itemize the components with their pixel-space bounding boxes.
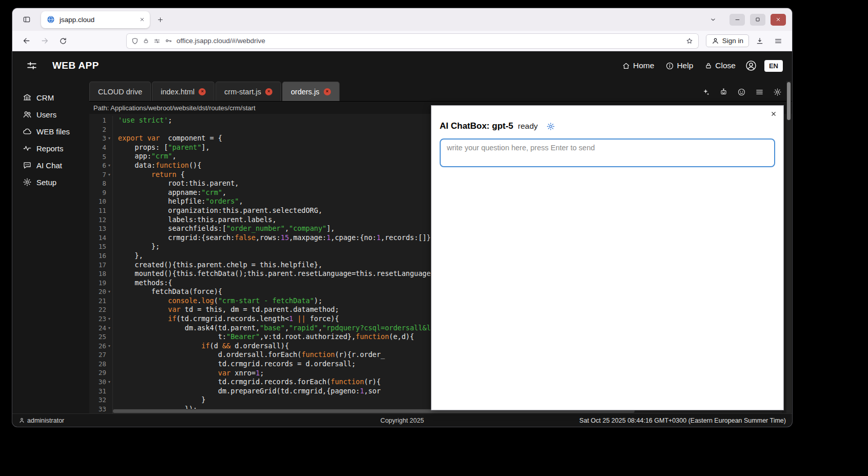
sidebar-nav: CRMUsersWEB filesReportsAI ChatSetup [12, 80, 89, 413]
sidebar-item-label: CRM [36, 93, 54, 102]
close-file-icon[interactable]: × [265, 88, 272, 95]
browser-toolbar: office.jsapp.cloud/#/webdrive Sign in [12, 31, 792, 51]
maximize-button[interactable] [750, 14, 765, 26]
home-button[interactable]: Home [622, 61, 654, 70]
help-button[interactable]: Help [665, 61, 693, 70]
minimize-button[interactable] [729, 14, 745, 26]
new-tab-button[interactable] [152, 12, 168, 27]
fold-marker-icon[interactable]: ▾ [106, 136, 112, 141]
editor-tab-crm-start-js[interactable]: crm-start.js× [215, 82, 281, 101]
line-number: 19 [98, 279, 106, 287]
vertical-scrollbar-thumb[interactable] [787, 82, 791, 120]
gutter-row: 24▾ [98, 323, 112, 332]
list-tabs-chevron-icon[interactable] [705, 12, 721, 27]
bank-icon [23, 93, 32, 102]
line-number: 7 [102, 171, 106, 179]
line-number: 32 [98, 396, 106, 404]
sidebar-item-web-files[interactable]: WEB files [23, 125, 89, 137]
gutter-row: 12 [98, 215, 112, 224]
logged-in-user: administrator [27, 417, 64, 424]
editor-tab-orders-js[interactable]: orders.js× [282, 82, 340, 101]
reload-button[interactable] [55, 34, 71, 48]
fold-marker-icon[interactable]: ▾ [106, 289, 112, 294]
key-icon[interactable] [165, 37, 172, 45]
language-button[interactable]: EN [764, 60, 783, 72]
editor-tab-cloud-drive[interactable]: CLOUD drive [89, 82, 151, 101]
gutter-row: 2 [102, 125, 112, 134]
fold-marker-icon[interactable]: ▾ [106, 172, 112, 177]
bookmark-star-icon[interactable] [685, 37, 694, 45]
gutter-row: 27 [98, 350, 112, 360]
line-number: 14 [98, 234, 106, 242]
sidebar-item-users[interactable]: Users [23, 108, 89, 121]
close-tab-icon[interactable] [139, 16, 145, 23]
gutter-row: 29 [98, 368, 112, 378]
url-bar[interactable]: office.jsapp.cloud/#/webdrive [126, 33, 699, 49]
close-file-icon[interactable]: × [199, 88, 206, 95]
file-tabs: CLOUD driveindex.html×crm-start.js×order… [89, 82, 340, 101]
chat-close-icon[interactable] [770, 110, 777, 117]
gutter-row: 1 [102, 116, 112, 125]
fold-marker-icon[interactable]: ▾ [106, 163, 112, 168]
sign-in-button[interactable]: Sign in [706, 34, 749, 47]
line-number: 2 [102, 126, 106, 133]
sidebar-item-ai-chat[interactable]: AI Chat [23, 159, 89, 171]
sidebar-item-reports[interactable]: Reports [23, 142, 89, 154]
editor-tab-index-html[interactable]: index.html× [152, 82, 214, 101]
editor-menu-hamburger-icon[interactable] [755, 88, 764, 96]
app-menu-hamburger-icon[interactable] [771, 34, 786, 48]
back-button[interactable] [18, 34, 34, 48]
site-favicon-icon [47, 15, 55, 24]
gutter-row: 3▾ [102, 134, 112, 143]
gutter-row: 22 [98, 305, 112, 314]
lock-icon[interactable] [143, 37, 149, 44]
chat-question-input[interactable] [440, 138, 775, 167]
permissions-icon[interactable] [153, 37, 161, 45]
user-avatar-icon[interactable] [745, 60, 757, 72]
gutter-row: 6▾ [102, 161, 112, 170]
emoji-smiley-icon[interactable] [737, 88, 746, 96]
shield-icon[interactable] [131, 37, 139, 45]
fold-marker-icon[interactable]: ▾ [106, 344, 112, 348]
line-number: 26 [98, 342, 106, 350]
sidebar-item-setup[interactable]: Setup [23, 176, 89, 188]
line-number: 23 [98, 315, 106, 323]
line-number: 33 [98, 405, 106, 413]
vertical-scrollbar[interactable] [786, 81, 791, 413]
line-number: 31 [98, 387, 106, 395]
line-number: 10 [98, 197, 106, 205]
fold-marker-icon[interactable]: ▾ [106, 380, 112, 384]
close-window-button[interactable] [771, 14, 786, 26]
firefox-view-button[interactable] [18, 12, 35, 27]
lock-icon [704, 62, 713, 70]
fold-marker-icon[interactable]: ▾ [106, 326, 112, 330]
browser-tab-title: jsapp.cloud [60, 16, 134, 24]
gutter-row: 9 [102, 188, 112, 197]
ai-sparkle-icon[interactable] [701, 88, 710, 96]
activity-icon [23, 144, 32, 153]
line-number: 20 [98, 288, 106, 295]
sidebar-item-label: WEB files [36, 127, 70, 136]
ai-assistant-robot-icon[interactable] [719, 88, 728, 96]
editor-settings-gear-icon[interactable] [773, 88, 782, 96]
browser-tab[interactable]: jsapp.cloud [41, 11, 150, 28]
sidebar-item-crm[interactable]: CRM [23, 91, 89, 104]
close-session-button[interactable]: Close [704, 61, 736, 70]
chat-icon [23, 161, 32, 170]
webapp-page: WEB APP Home Help Close EN CRMUsersWEB f… [12, 51, 792, 427]
line-number: 21 [98, 297, 106, 305]
app-title: WEB APP [52, 60, 99, 71]
fold-marker-icon[interactable]: ▾ [106, 316, 112, 321]
close-file-icon[interactable]: × [324, 88, 331, 95]
gutter-row: 13 [98, 224, 112, 233]
gutter-row: 17 [98, 260, 112, 269]
user-person-icon [18, 417, 25, 424]
forward-button[interactable] [37, 34, 52, 48]
line-number: 28 [98, 360, 106, 368]
chat-status: ready [518, 122, 538, 131]
ai-chatbox-panel: AI ChatBox: gpt-5 ready [431, 105, 784, 410]
gutter-row: 5 [102, 152, 112, 161]
menu-sliders-icon[interactable] [26, 60, 38, 71]
chat-settings-gear-icon[interactable] [546, 122, 555, 131]
downloads-icon[interactable] [752, 34, 767, 48]
